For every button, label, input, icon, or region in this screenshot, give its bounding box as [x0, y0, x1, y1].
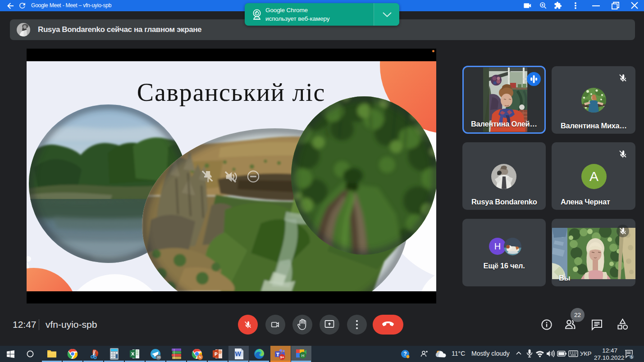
svg-text:9+: 9+: [280, 355, 284, 359]
svg-text:?: ?: [403, 351, 406, 357]
svg-text:5: 5: [630, 355, 633, 359]
svg-text:.86: .86: [156, 356, 160, 359]
svg-text:N: N: [199, 355, 201, 359]
svg-text:H: H: [301, 353, 305, 358]
svg-text:Савранський ліс: Савранський ліс: [137, 78, 325, 106]
